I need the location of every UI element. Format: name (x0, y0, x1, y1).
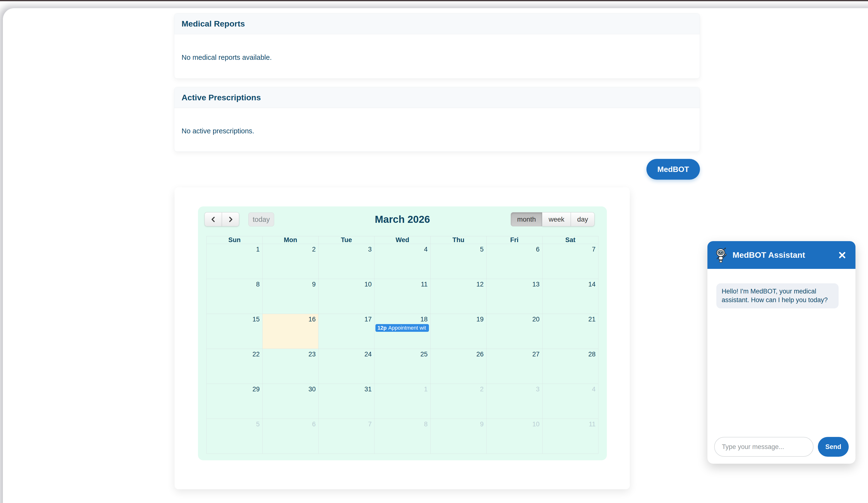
calendar-day-cell[interactable]: 5 (431, 244, 486, 279)
day-number: 13 (487, 279, 542, 288)
view-month-button[interactable]: month (511, 212, 542, 226)
calendar-day-cell[interactable]: 5 (207, 419, 262, 454)
day-number: 19 (431, 314, 486, 323)
day-number: 23 (262, 349, 318, 358)
day-number: 3 (487, 384, 542, 393)
chat-body: Hello! I'm MedBOT, your medical assistan… (707, 269, 856, 430)
calendar-day-cell[interactable]: 24 (319, 349, 374, 384)
calendar-day-cell[interactable]: 28 (542, 349, 598, 384)
day-number: 7 (542, 244, 598, 253)
calendar-day-cell[interactable]: 4 (374, 244, 431, 279)
day-number: 31 (319, 384, 374, 393)
calendar-day-cell[interactable]: 6 (486, 244, 542, 279)
calendar-day-cell[interactable]: 19 (431, 314, 486, 349)
weekday-header: Wed (374, 236, 431, 244)
medical-reports-card: Medical Reports No medical reports avail… (174, 13, 700, 79)
day-number: 3 (319, 244, 374, 253)
chat-title: MedBOT Assistant (733, 250, 805, 260)
calendar-day-cell[interactable]: 8 (374, 419, 431, 454)
calendar-day-cell[interactable]: 6 (262, 419, 319, 454)
calendar-day-cell[interactable]: 7 (319, 419, 374, 454)
calendar-day-cell[interactable]: 25 (374, 349, 431, 384)
view-day-button[interactable]: day (571, 212, 595, 226)
active-prescriptions-card: Active Prescriptions No active prescript… (174, 87, 700, 152)
calendar-day-cell[interactable]: 8 (207, 279, 262, 314)
calendar-day-cell[interactable]: 20 (486, 314, 542, 349)
day-number: 1 (207, 244, 262, 253)
day-number: 20 (487, 314, 542, 323)
calendar-day-cell[interactable]: 10 (486, 419, 542, 454)
calendar-toolbar: today March 2026 month week day (198, 212, 607, 226)
weekday-header: Tue (319, 236, 374, 244)
calendar-day-cell[interactable]: 9 (431, 419, 486, 454)
day-number: 26 (431, 349, 486, 358)
day-number: 21 (542, 314, 598, 323)
calendar-day-cell[interactable]: 10 (319, 279, 374, 314)
calendar-day-cell[interactable]: 27 (486, 349, 542, 384)
day-number: 15 (207, 314, 262, 323)
weekday-header: Mon (262, 236, 319, 244)
calendar-day-cell[interactable]: 2 (431, 384, 486, 419)
calendar-surface: today March 2026 month week day SunMonTu… (198, 206, 607, 460)
calendar-day-cell[interactable]: 1 (207, 244, 262, 279)
medbot-fab-button[interactable]: MedBOT (647, 159, 700, 179)
day-number: 28 (542, 349, 598, 358)
calendar-day-cell[interactable]: 4 (542, 384, 598, 419)
calendar-day-cell[interactable]: 31 (319, 384, 374, 419)
day-number: 10 (487, 419, 542, 428)
calendar-table: SunMonTueWedThuFriSat 123456789101112131… (206, 236, 598, 454)
robot-icon (713, 247, 728, 263)
calendar-day-cell[interactable]: 13 (486, 279, 542, 314)
calendar-day-cell[interactable]: 9 (262, 279, 319, 314)
event-title: Appointment wit (388, 325, 426, 331)
calendar-day-cell[interactable]: 3 (319, 244, 374, 279)
calendar-day-cell[interactable]: 29 (207, 384, 262, 419)
chat-input[interactable] (714, 437, 814, 457)
calendar-day-cell[interactable]: 14 (542, 279, 598, 314)
day-number: 2 (262, 244, 318, 253)
calendar-day-cell[interactable]: 2 (262, 244, 319, 279)
active-prescriptions-header: Active Prescriptions (174, 87, 700, 108)
chat-panel: MedBOT Assistant Hello! I'm MedBOT, your… (707, 241, 856, 464)
calendar-day-cell[interactable]: 26 (431, 349, 486, 384)
day-number: 11 (374, 279, 430, 288)
day-number: 9 (262, 279, 318, 288)
calendar-day-cell[interactable]: 1 (374, 384, 431, 419)
chat-close-button[interactable] (836, 249, 848, 261)
view-switcher: month week day (511, 212, 595, 226)
send-button[interactable]: Send (818, 437, 849, 457)
calendar-day-cell[interactable]: 22 (207, 349, 262, 384)
bot-message-bubble: Hello! I'm MedBOT, your medical assistan… (716, 283, 839, 308)
calendar-day-cell[interactable]: 21 (542, 314, 598, 349)
weekday-header: Sat (542, 236, 598, 244)
calendar-day-cell[interactable]: 23 (262, 349, 319, 384)
calendar-day-cell[interactable]: 15 (207, 314, 262, 349)
day-number: 7 (319, 419, 374, 428)
chat-header: MedBOT Assistant (707, 241, 856, 269)
calendar-day-cell[interactable]: 30 (262, 384, 319, 419)
active-prescriptions-empty-message: No active prescriptions. (182, 127, 254, 135)
calendar-day-cell[interactable]: 12 (431, 279, 486, 314)
chat-footer: Send (714, 437, 849, 457)
calendar-day-cell[interactable]: 1812pAppointment wit (374, 314, 431, 349)
calendar-day-cell[interactable]: 11 (542, 419, 598, 454)
day-number: 1 (374, 384, 430, 393)
day-number: 29 (207, 384, 262, 393)
calendar-event[interactable]: 12pAppointment wit (375, 324, 429, 332)
day-number: 9 (431, 419, 486, 428)
calendar-day-cell[interactable]: 7 (542, 244, 598, 279)
calendar-day-cell[interactable]: 17 (319, 314, 374, 349)
calendar-card: today March 2026 month week day SunMonTu… (175, 187, 630, 489)
day-number: 14 (542, 279, 598, 288)
calendar-day-cell[interactable]: 11 (374, 279, 431, 314)
day-number: 5 (431, 244, 486, 253)
day-number: 25 (374, 349, 430, 358)
active-prescriptions-body: No active prescriptions. (174, 108, 700, 152)
day-number: 8 (374, 419, 430, 428)
calendar-day-cell[interactable]: 3 (486, 384, 542, 419)
view-week-button[interactable]: week (542, 212, 571, 226)
day-number: 18 (374, 314, 430, 323)
calendar-day-cell[interactable]: 16 (262, 314, 319, 349)
medical-reports-header: Medical Reports (174, 13, 700, 34)
day-number: 22 (207, 349, 262, 358)
